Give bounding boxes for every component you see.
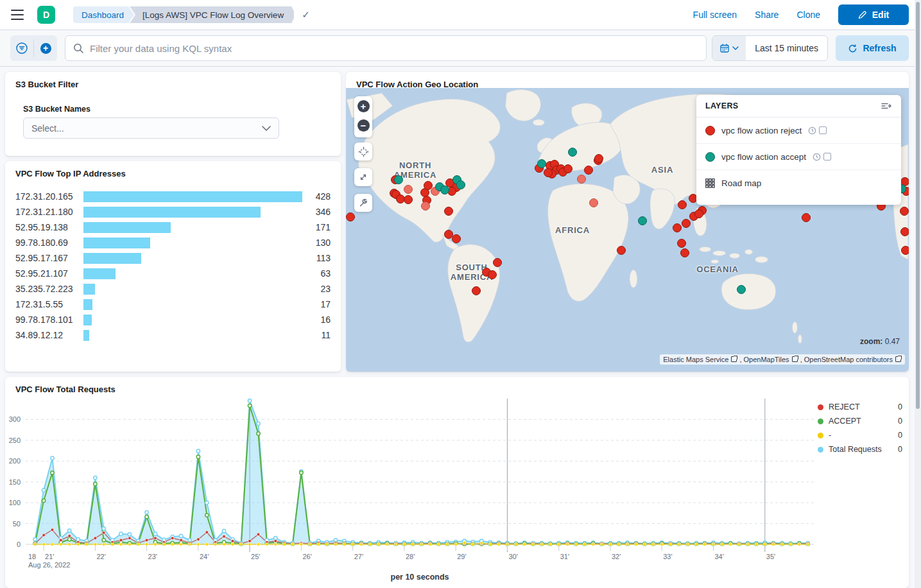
svg-text:200: 200 [9,457,21,465]
bar-track [83,253,302,264]
svg-text:32': 32' [612,553,621,560]
accept-dot [440,186,449,195]
map-zoom-controls: + − [354,96,372,137]
reject-dot [404,185,413,194]
bar-value: 130 [302,238,331,248]
reject-dot [678,200,687,209]
s3-bucket-select[interactable]: Select... [23,117,279,139]
attribution-link[interactable]: OpenStreetMap contributors [804,356,902,363]
ip-address: 34.89.12.12 [15,330,83,340]
bar [83,253,141,264]
svg-text:0: 0 [17,540,21,548]
layer-row[interactable]: vpc flow action accept [696,144,901,170]
expand-button[interactable] [354,168,372,186]
legend-item[interactable]: REJECT0 [818,400,902,414]
ip-bar-row: 34.89.12.1211 [5,327,341,343]
svg-text:150: 150 [9,478,21,486]
legend-item[interactable]: ACCEPT0 [818,414,902,428]
reject-dot [589,198,598,207]
ip-bar-row: 99.78.180.69130 [5,235,341,250]
wrench-icon [358,198,368,208]
crosshair-button[interactable] [354,143,372,160]
svg-text:35': 35' [766,553,775,560]
layer-checkbox[interactable] [819,126,827,134]
saved-query-filter-button[interactable] [10,35,33,61]
zoom-out-button[interactable]: − [354,116,372,135]
panel-top-ip-addresses: VPC Flow Top IP Addresses 172.31.20.1654… [5,161,341,372]
layer-checkbox[interactable] [823,153,831,160]
reject-dot [694,209,703,218]
ip-bar-list: 172.31.20.165428172.31.21.18034652.95.19… [5,189,341,343]
layer-row[interactable]: vpc flow action reject [696,117,901,144]
collapse-layers-icon[interactable] [881,101,892,110]
svg-text:25': 25' [251,553,260,560]
attribution-link[interactable]: Elastic Maps Service [663,356,737,363]
add-filter-button[interactable]: + [34,35,57,61]
layer-label[interactable]: Road map [721,178,761,188]
svg-text:100: 100 [9,499,21,506]
svg-text:300: 300 [9,415,21,423]
grid-icon [705,178,715,188]
bar [83,330,89,341]
menu-hamburger-icon[interactable] [11,10,24,20]
edit-button[interactable]: Edit [838,4,909,25]
external-link-icon [895,356,901,362]
map-zoom-level: zoom: 0.47 [860,337,900,346]
ip-bar-row: 52.95.21.10763 [5,266,341,281]
reject-dot [900,227,909,236]
ip-bar-row: 172.31.5.5517 [5,297,341,312]
reject-dot [682,219,691,228]
filter-icon [15,41,29,55]
accept-dot [568,148,577,157]
ip-address: 172.31.21.180 [15,207,83,217]
bar-value: 16 [302,315,331,325]
bar-value: 346 [302,207,331,217]
layers-panel: LAYERS vpc flow action rejectvpc flow ac… [696,95,901,205]
reject-dot [680,248,689,257]
accept-dot [537,159,546,168]
top-header: D Dashboard [Logs AWS] VPC Flow Log Over… [0,0,921,30]
legend-dot [818,433,823,438]
breadcrumb-current-dashboard[interactable]: [Logs AWS] VPC Flow Log Overview [130,6,294,23]
map-attribution: Elastic Maps Service , OpenMapTiles , Op… [660,354,905,365]
kql-search-input[interactable] [90,43,698,54]
layer-swatch [705,152,715,162]
bar-track [83,222,302,233]
legend-item[interactable]: Total Requests0 [818,442,902,456]
ip-address: 172.31.20.165 [15,191,83,202]
time-range-value[interactable]: Last 15 minutes [746,36,827,60]
attribution-link[interactable]: OpenMapTiles [744,356,798,363]
legend-dot [818,419,823,424]
breadcrumb-dashboard[interactable]: Dashboard [73,6,134,23]
s3-bucket-names-label: S3 Bucket Names [23,105,341,114]
scrollbar-track[interactable] [915,0,921,588]
world-map[interactable]: NORTH AMERICASOUTH AMERICAAFRICAASIAOCEA… [346,88,909,372]
reject-dot [673,223,682,232]
share-link[interactable]: Share [755,10,779,20]
zoom-in-button[interactable]: + [354,96,372,116]
bar-track [83,268,302,279]
reject-dot [493,258,502,267]
layer-row[interactable]: Road map [696,170,901,196]
layer-label[interactable]: vpc flow action reject [721,126,802,135]
scrollbar-thumb[interactable] [916,2,920,409]
bar-value: 23 [302,284,331,294]
calendar-button[interactable] [712,36,746,60]
layer-label[interactable]: vpc flow action accept [721,152,806,162]
check-icon: ✓ [302,9,310,21]
legend-label: - [829,431,831,440]
legend-item[interactable]: -0 [818,428,902,442]
bar-track [83,330,302,341]
full-screen-link[interactable]: Full screen [693,10,737,20]
external-link-icon [731,356,737,362]
refresh-button[interactable]: Refresh [836,35,909,61]
clock-icon [813,153,821,161]
svg-text:31': 31' [560,553,569,560]
space-avatar[interactable]: D [37,6,55,24]
wrench-button[interactable] [354,194,372,212]
reject-dot [900,207,909,216]
reject-dot [404,195,413,204]
ip-address: 52.95.17.167 [15,253,83,263]
clone-link[interactable]: Clone [796,10,820,20]
expand-icon [358,172,368,182]
